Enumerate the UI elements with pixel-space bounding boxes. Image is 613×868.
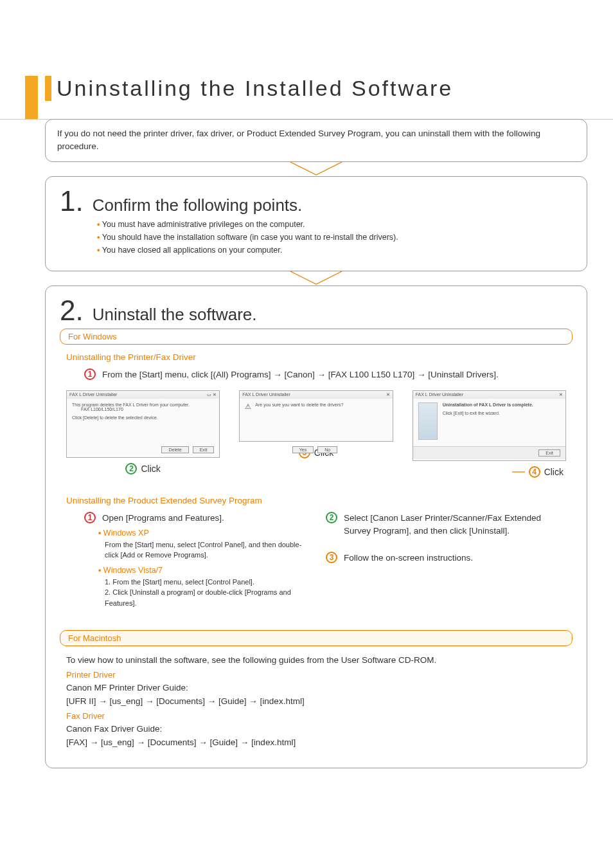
dialog-1: FAX L Driver Uninstaller▭ ✕ This program… (66, 390, 220, 458)
dlg3-exit-button[interactable]: Exit (538, 449, 560, 457)
vista-heading: Windows Vista/7 (98, 565, 306, 577)
dlg1-exit-button[interactable]: Exit (193, 446, 215, 453)
dlg1-line1: This program deletes the FAX L Driver fr… (72, 402, 214, 407)
step2-number: 2. (60, 296, 84, 325)
mac-fd-l1: Canon Fax Driver Guide: (66, 723, 566, 736)
warning-icon: ⚠ (245, 402, 251, 411)
mac-pd-hd: Printer Driver (66, 669, 566, 682)
instr-b3: 3 Follow the on-screen instructions. (326, 552, 566, 565)
instr-b3-text: Follow the on-screen instructions. (344, 552, 473, 565)
step2-box: 2. Uninstall the software. For Windows U… (45, 285, 587, 768)
vista-text1: 1. From the [Start] menu, select [Contro… (105, 577, 306, 588)
mac-pd-l1: Canon MF Printer Driver Guide: (66, 682, 566, 695)
step2-title: Uninstall the software. (93, 305, 257, 325)
instr-b1: 1 Open [Programs and Features]. (84, 512, 306, 525)
mac-intro: To view how to uninstall the software, s… (66, 654, 566, 667)
step1-bullet-3: You have closed all applications on your… (97, 244, 573, 257)
step1-bullets: You must have administrative privileges … (97, 218, 573, 257)
step1-title: Confirm the following points. (93, 195, 303, 215)
step1-bullet-1: You must have administrative privileges … (97, 218, 573, 231)
click-label-4: Click (544, 467, 564, 477)
badge-1: 1 (84, 368, 96, 380)
badge-b2: 2 (326, 512, 337, 523)
badge-b3: 3 (326, 552, 337, 563)
mac-pill: For Macintosh (60, 630, 573, 646)
instr-a1-text: From the [Start] menu, click [(All) Prog… (102, 368, 499, 381)
instr-b2-text: Select [Canon Laser Printer/Scanner/Fax … (344, 512, 566, 538)
dlg3-image (418, 402, 438, 440)
mac-fd-hd: Fax Driver (66, 710, 566, 723)
step1-bullet-2: You should have the installation softwar… (97, 231, 573, 244)
intro-box: If you do not need the printer driver, f… (45, 119, 587, 162)
badge-4: 4 (529, 466, 540, 478)
mac-pd-l2: [UFR II] → [us_eng] → [Documents] → [Gui… (66, 695, 566, 709)
dlg2-yes-button[interactable]: Yes (292, 446, 314, 453)
step1-box: 1. Confirm the following points. You mus… (45, 176, 587, 271)
dlg3-msg1: Uninstallation of FAX L Driver is comple… (443, 402, 533, 407)
instr-a1: 1 From the [Start] menu, click [(All) Pr… (84, 368, 566, 381)
dlg2-title: FAX L Driver Uninstaller (242, 392, 290, 397)
dlg1-delete-button[interactable]: Delete (161, 446, 188, 453)
dlg1-line3: Click [Delete] to delete the selected de… (72, 415, 214, 420)
connector-1 (45, 162, 587, 176)
xp-heading: Windows XP (98, 527, 306, 539)
xp-text: From the [Start] menu, select [Control P… (105, 539, 306, 561)
dialog-2: FAX L Driver Uninstaller✕ ⚠ Are you sure… (239, 390, 393, 442)
page-title: Uninstalling the Installed Software (57, 76, 587, 101)
dlg2-no-button[interactable]: No (317, 446, 337, 453)
vista-text2: 2. Click [Uninstall a program] or double… (105, 587, 306, 608)
step1-number: 1. (60, 187, 84, 215)
instr-b2: 2 Select [Canon Laser Printer/Scanner/Fa… (326, 512, 566, 538)
section-a-heading: Uninstalling the Printer/Fax Driver (66, 352, 566, 362)
dlg3-msg2: Click [Exit] to exit the wizard. (443, 411, 533, 415)
dlg1-line2: FAX L100/L150/L170 (81, 407, 214, 411)
windows-pill: For Windows (60, 329, 573, 345)
dlg2-msg: Are you sure you want to delete the driv… (255, 402, 343, 407)
badge-b1: 1 (84, 512, 96, 523)
click-label-2: Click (141, 464, 160, 474)
dialog-3: FAX L Driver Uninstaller✕ Uninstallation… (413, 390, 566, 461)
dlg1-title: FAX L Driver Uninstaller (69, 392, 117, 397)
page-title-block: Uninstalling the Installed Software (45, 76, 587, 101)
badge-2: 2 (125, 463, 137, 475)
section-b-heading: Uninstalling the Product Extended Survey… (66, 496, 566, 505)
intro-text: If you do not need the printer driver, f… (57, 129, 540, 151)
connector-2 (45, 271, 587, 285)
mac-fd-l2: [FAX] → [us_eng] → [Documents] → [Guide]… (66, 736, 566, 750)
dlg3-title: FAX L Driver Uninstaller (416, 392, 463, 397)
instr-b1-text: Open [Programs and Features]. (102, 512, 224, 525)
